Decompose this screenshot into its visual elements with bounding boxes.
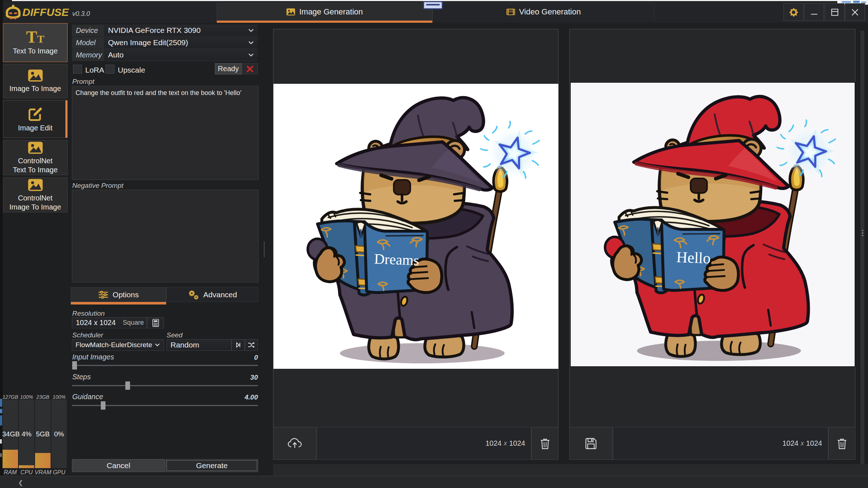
- svg-text:Hello: Hello: [676, 249, 711, 267]
- svg-text:Dreams: Dreams: [374, 251, 419, 268]
